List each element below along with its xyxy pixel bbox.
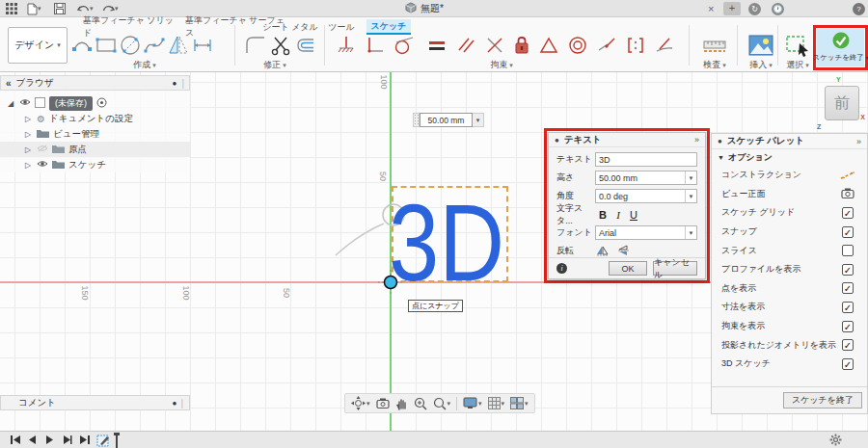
- look-at-camera-icon[interactable]: [838, 188, 857, 199]
- sketch-palette-header[interactable]: ● スケッチ パレット »: [712, 134, 867, 149]
- insert-image-icon[interactable]: [748, 33, 773, 58]
- timeline-go-to-end-icon[interactable]: [79, 435, 91, 447]
- viewcube[interactable]: Y 前 X Z: [819, 78, 863, 128]
- dialog-grip-icon[interactable]: ●: [555, 136, 559, 145]
- sketch-dimension-icon[interactable]: [190, 33, 215, 58]
- orbit-icon[interactable]: ▾: [351, 396, 370, 410]
- timeline-gear-icon[interactable]: [829, 434, 842, 448]
- palette-row-sketch-grid[interactable]: スケッチ グリッド: [712, 203, 867, 223]
- timeline-go-to-start-icon[interactable]: [10, 435, 21, 447]
- browser-root-row[interactable]: ◢ (未保存): [0, 95, 190, 111]
- dimension-dropdown-icon[interactable]: ▾: [473, 113, 484, 127]
- constraint-concentric-icon[interactable]: [565, 33, 590, 58]
- display-settings-icon[interactable]: ▾: [463, 397, 482, 409]
- visibility-eye-icon[interactable]: [19, 97, 31, 109]
- disclosure-triangle-icon[interactable]: ▷: [23, 161, 33, 170]
- origin-snap-point[interactable]: [377, 269, 404, 296]
- timeline-play-icon[interactable]: [44, 435, 55, 447]
- combo-caret-icon[interactable]: ▼: [685, 190, 696, 202]
- browser-header[interactable]: « ブラウザ ● |: [0, 75, 190, 91]
- sketch-circle-icon[interactable]: [118, 33, 143, 58]
- redo-icon[interactable]: ▾: [102, 2, 119, 15]
- timeline-position-marker[interactable]: [113, 433, 121, 448]
- constraint-parallel-icon[interactable]: [453, 33, 478, 58]
- select-icon[interactable]: [785, 33, 810, 58]
- fillet-icon[interactable]: [243, 33, 268, 58]
- constraint-curvature-icon[interactable]: [652, 33, 677, 58]
- expand-panel-icon[interactable]: »: [856, 137, 861, 146]
- slice-checkbox[interactable]: [842, 245, 854, 256]
- constraint-tangent-icon[interactable]: [392, 33, 417, 58]
- timeline-step-forward-icon[interactable]: [62, 435, 72, 447]
- grid-settings-icon[interactable]: ▾: [488, 397, 505, 409]
- combo-caret-icon[interactable]: ▼: [685, 226, 696, 239]
- look-at-icon[interactable]: [376, 398, 390, 409]
- panel-grip-icon[interactable]: ●: [718, 137, 722, 145]
- refresh-icon[interactable]: ↻: [748, 2, 761, 15]
- constraint-fix-icon[interactable]: [334, 33, 359, 58]
- constraint-equal-icon[interactable]: [424, 33, 449, 58]
- sketch-spline-icon[interactable]: [142, 33, 167, 58]
- constraint-triangle-icon[interactable]: [536, 33, 561, 58]
- undo-icon[interactable]: ▾: [77, 2, 94, 15]
- dimension-value-input[interactable]: 50.00 mm: [420, 113, 473, 127]
- viewcube-front-face[interactable]: 前: [825, 86, 859, 120]
- pan-hand-icon[interactable]: [395, 397, 408, 410]
- flip-vertical-icon[interactable]: [617, 245, 632, 258]
- timeline-step-back-icon[interactable]: [27, 435, 38, 447]
- dimension-input-box[interactable]: 50.00 mm ▾: [413, 113, 484, 127]
- palette-row-construction[interactable]: コンストラクション: [712, 166, 867, 185]
- height-combo[interactable]: 50.00 mm▼: [595, 171, 697, 185]
- file-menu-icon[interactable]: ▾: [27, 2, 41, 15]
- palette-row-show-constraints[interactable]: 拘束を表示: [712, 317, 867, 336]
- palette-row-show-points[interactable]: 点を表示: [712, 279, 867, 299]
- app-grid-menu-icon[interactable]: [6, 2, 17, 15]
- show-dimensions-checkbox[interactable]: [842, 302, 854, 313]
- panel-dot-icon[interactable]: ●: [173, 79, 177, 88]
- browser-item-sketch[interactable]: ▷ スケッチ: [0, 157, 190, 172]
- constraint-midpoint-icon[interactable]: [594, 33, 619, 58]
- palette-row-show-profile[interactable]: プロファイルを表示: [712, 260, 867, 279]
- ground-target-icon[interactable]: [96, 97, 107, 110]
- comments-bar[interactable]: コメント ● |: [0, 395, 190, 410]
- palette-row-snap[interactable]: スナップ: [712, 223, 867, 242]
- disclosure-triangle-icon[interactable]: ▷: [23, 130, 33, 139]
- save-icon[interactable]: [54, 2, 66, 15]
- palette-finish-sketch-button[interactable]: スケッチを終了: [783, 392, 862, 408]
- panel-dot-icon[interactable]: ●: [173, 399, 177, 408]
- palette-row-show-projected[interactable]: 投影されたジオメトリを表示: [712, 335, 867, 355]
- cancel-button[interactable]: キャンセル: [653, 261, 697, 276]
- angle-combo[interactable]: 0.0 deg▼: [595, 189, 697, 203]
- options-section-header[interactable]: ▼ オプション: [712, 149, 867, 166]
- group-label-constraint[interactable]: 拘束: [468, 59, 535, 71]
- offset-icon[interactable]: [293, 33, 318, 58]
- font-combo[interactable]: Arial▼: [595, 225, 697, 240]
- constraint-symmetry-icon[interactable]: [623, 33, 648, 58]
- zoom-window-icon[interactable]: ▾: [433, 397, 451, 410]
- palette-row-3d-sketch[interactable]: 3D スケッチ: [712, 355, 867, 374]
- show-constraints-checkbox[interactable]: [842, 321, 854, 332]
- expanded-triangle-icon[interactable]: ◢: [6, 99, 15, 108]
- trim-scissors-icon[interactable]: [268, 33, 293, 58]
- visibility-eye-icon[interactable]: [37, 159, 48, 171]
- sketch-canvas[interactable]: 100 50 150 100 50 3D 点にスナップ 50.00 mm ▾: [0, 72, 868, 431]
- palette-row-slice[interactable]: スライス: [712, 241, 867, 260]
- show-profile-checkbox[interactable]: [842, 264, 854, 276]
- dimension-drag-grip[interactable]: [413, 113, 420, 127]
- zoom-icon[interactable]: [414, 397, 427, 410]
- bold-button[interactable]: B: [595, 209, 610, 221]
- collapse-panel-icon[interactable]: «: [6, 78, 12, 89]
- constraint-horizontal-vertical-icon[interactable]: [363, 33, 388, 58]
- close-tab-icon[interactable]: ×: [708, 2, 714, 15]
- browser-item-origin[interactable]: ▷ 原点: [0, 142, 190, 157]
- inspect-measure-icon[interactable]: [702, 33, 727, 58]
- show-projected-geometry-checkbox[interactable]: [842, 339, 854, 351]
- italic-button[interactable]: I: [610, 209, 626, 221]
- info-icon[interactable]: i: [556, 263, 567, 274]
- eye-off-icon[interactable]: [37, 144, 48, 155]
- sketch-grid-checkbox[interactable]: [842, 207, 854, 219]
- finish-sketch-button[interactable]: スケッチを終了: [817, 29, 864, 66]
- panel-grip-icon[interactable]: |: [180, 398, 183, 408]
- recent-clock-icon[interactable]: 🕐: [772, 2, 784, 15]
- timeline-sketch-feature-icon[interactable]: [96, 434, 110, 448]
